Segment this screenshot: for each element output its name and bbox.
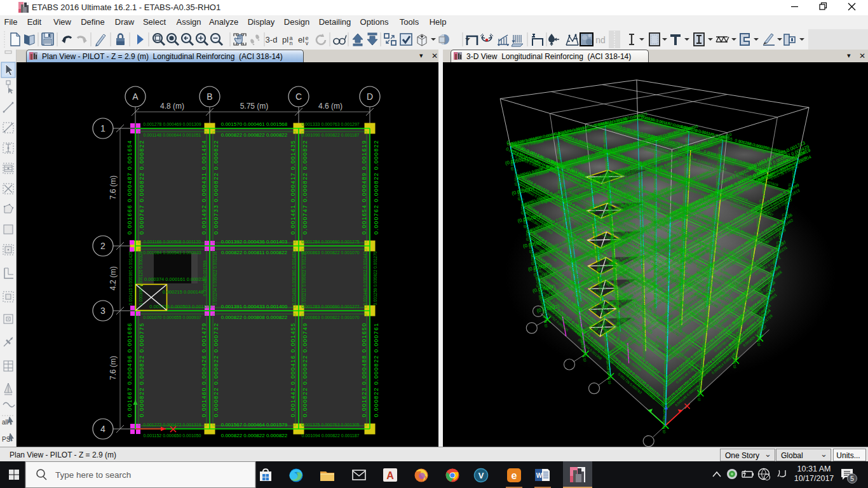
svg-text:(0.05027): (0.05027): [751, 246, 755, 262]
svg-text:0.001259 0.000822 0.001270: 0.001259 0.000822 0.001270: [373, 251, 377, 305]
svg-text:0.001090 0.000822 0.001187: 0.001090 0.000822 0.001187: [302, 133, 360, 137]
svg-text:(0.05027): (0.05027): [545, 311, 548, 328]
svg-text:(0.05027): (0.05027): [593, 228, 597, 245]
svg-text:0.000863 0.000822 0.001070: 0.000863 0.000822 0.001070: [301, 315, 360, 320]
svg-text:(0.05027): (0.05027): [526, 225, 529, 241]
svg-text:(0.05027): (0.05027): [639, 192, 643, 208]
svg-text:(0.05027): (0.05027): [707, 290, 711, 306]
svg-text:(0.05027): (0.05027): [653, 162, 657, 179]
svg-text:A: A: [386, 470, 394, 481]
svg-text:0.001325 0.000763 0.001305: 0.001325 0.000763 0.001305: [301, 423, 360, 427]
svg-text:(0.05027): (0.05027): [642, 342, 646, 359]
svg-text:(0.05027): (0.05027): [663, 374, 667, 390]
svg-text:0.001461 0.000417 0.001435: 0.001461 0.000417 0.001435: [290, 140, 296, 234]
svg-text:4.2 (m): 4.2 (m): [109, 266, 118, 290]
svg-text:0.000747 0.000822 0.000822: 0.000747 0.000822 0.000822: [302, 140, 308, 234]
svg-text:(0.05027): (0.05027): [641, 252, 644, 268]
svg-text:0.001283 0.000690 0.001277: 0.001283 0.000690 0.001277: [301, 304, 360, 309]
svg-text:e: e: [512, 470, 517, 481]
svg-text:(0.05027): (0.05027): [611, 235, 614, 252]
svg-text:(0.05027): (0.05027): [595, 244, 599, 261]
svg-text:4.8 (m): 4.8 (m): [160, 102, 184, 111]
svg-text:(0.05027): (0.05027): [665, 320, 668, 336]
svg-text:(0.05027): (0.05027): [562, 210, 566, 227]
svg-text:(0.05027): (0.05027): [607, 178, 611, 194]
svg-text:3-d: 3-d: [266, 35, 278, 44]
svg-text:5.75 (m): 5.75 (m): [240, 102, 269, 111]
svg-text:(0.05027): (0.05027): [757, 330, 761, 346]
svg-text:0.001493 0.000380 0.001483: 0.001493 0.000380 0.001483: [292, 251, 296, 305]
svg-text:(0.05027): (0.05027): [597, 260, 600, 276]
svg-text:(0.05027): (0.05027): [685, 137, 689, 154]
svg-text:(0.05027): (0.05027): [684, 203, 688, 219]
svg-text:0.001235 0.000503 0.001195: 0.001235 0.000503 0.001195: [149, 304, 211, 309]
svg-text:(0.05027): (0.05027): [762, 182, 766, 198]
svg-text:0.001570 0.000461 0.001568: 0.001570 0.000461 0.001568: [221, 121, 288, 127]
svg-text:(0.05027): (0.05027): [683, 229, 687, 246]
svg-text:(0.05027): (0.05027): [614, 283, 618, 299]
svg-text:(0.05027): (0.05027): [653, 239, 657, 255]
svg-text:(0.05027): (0.05027): [520, 198, 524, 215]
svg-text:(0.05027): (0.05027): [653, 147, 657, 164]
svg-text:(0.05027): (0.05027): [580, 325, 583, 342]
svg-text:(0.05027): (0.05027): [759, 200, 763, 216]
svg-text:all: all: [2, 419, 8, 426]
svg-text:(0.05027): (0.05027): [792, 167, 796, 184]
svg-text:(0.05027): (0.05027): [700, 364, 703, 381]
svg-text:(0.05027): (0.05027): [666, 250, 670, 267]
svg-text:el: el: [298, 35, 304, 44]
svg-text:5: 5: [850, 475, 854, 482]
svg-text:(0.05027): (0.05027): [718, 147, 722, 163]
svg-text:0.000215 0.000148: 0.000215 0.000148: [163, 289, 204, 295]
svg-text:(0.05027): (0.05027): [766, 289, 770, 306]
svg-text:(0.05027): (0.05027): [684, 151, 688, 168]
svg-text:0.001492 0.000431 0.001454: 0.001492 0.000431 0.001454: [201, 140, 207, 234]
svg-text:(0.05027): (0.05027): [662, 417, 666, 433]
svg-text:0.001666 0.000487 0.001654: 0.001666 0.000487 0.001654: [126, 140, 133, 234]
svg-text:(0.05027): (0.05027): [665, 304, 668, 320]
svg-text:(0.05027): (0.05027): [686, 173, 689, 190]
svg-text:0.001392 0.000436 0.001403: 0.001392 0.000436 0.001403: [221, 239, 288, 245]
svg-text:(0.05027): (0.05027): [666, 269, 670, 286]
svg-text:0.001415 0.000380 0.001420: 0.001415 0.000380 0.001420: [128, 251, 133, 305]
svg-text:(0.05027): (0.05027): [712, 242, 715, 259]
svg-text:A: A: [132, 92, 139, 102]
svg-text:(0.05027): (0.05027): [682, 254, 686, 271]
svg-text:0.001391 0.000433 0.001400: 0.001391 0.000433 0.001400: [221, 304, 288, 309]
svg-text:D: D: [367, 92, 373, 102]
svg-text:0.001094 0.000822 0.001187: 0.001094 0.000822 0.001187: [302, 433, 360, 438]
svg-text:(0.05027): (0.05027): [744, 287, 748, 303]
svg-text:0.000822 0.000822 0.000749: 0.000822 0.000822 0.000749: [302, 323, 308, 417]
svg-text:10:31 AM: 10:31 AM: [797, 464, 831, 473]
svg-text:(0.05027): (0.05027): [653, 281, 657, 297]
svg-text:(0.05027): (0.05027): [653, 261, 657, 277]
svg-text:1: 1: [100, 123, 105, 133]
svg-text:(0.05027): (0.05027): [640, 224, 644, 240]
svg-text:0.001448 0.000822 0.001442: 0.001448 0.000822 0.001442: [363, 251, 367, 305]
svg-text:(0.05027): (0.05027): [606, 348, 609, 364]
svg-text:(0.05027): (0.05027): [770, 266, 774, 283]
svg-text:(0.05027): (0.05027): [710, 259, 714, 275]
svg-text:(0.05027): (0.05027): [540, 292, 544, 308]
svg-text:4: 4: [100, 424, 105, 434]
svg-text:v: v: [306, 40, 309, 46]
svg-text:0.000863 0.000822 0.001070: 0.000863 0.000822 0.001070: [301, 250, 360, 255]
svg-text:7.6 (m): 7.6 (m): [109, 356, 118, 380]
svg-text:(0.05027): (0.05027): [704, 317, 708, 334]
svg-text:(0.05027): (0.05027): [782, 214, 785, 230]
svg-text:10/17/2017: 10/17/2017: [794, 474, 834, 483]
svg-text:(0.05027): (0.05027): [714, 224, 717, 241]
svg-text:(0.05027): (0.05027): [639, 175, 642, 192]
svg-text:0.001623 0.000488 0.001650: 0.001623 0.000488 0.001650: [361, 323, 367, 417]
svg-text:0.001442 0.000416 0.001455: 0.001442 0.000416 0.001455: [290, 323, 296, 417]
svg-text:(0.05027): (0.05027): [667, 230, 670, 247]
svg-text:(0.05027): (0.05027): [607, 193, 611, 210]
svg-text:(0.05027): (0.05027): [567, 240, 571, 257]
svg-text:0.001567 0.000464 0.001579: 0.001567 0.000464 0.001579: [221, 422, 288, 428]
svg-text:(0.05027): (0.05027): [560, 194, 564, 210]
svg-text:(0.05027): (0.05027): [756, 216, 760, 233]
svg-text:0.000822 0.000822 0.000822: 0.000822 0.000822 0.000822: [221, 433, 288, 438]
svg-text:n: n: [289, 40, 292, 46]
svg-text:(0.05027): (0.05027): [785, 199, 789, 215]
svg-text:0.001667 0.000496 0.001686: 0.001667 0.000496 0.001686: [126, 323, 133, 417]
